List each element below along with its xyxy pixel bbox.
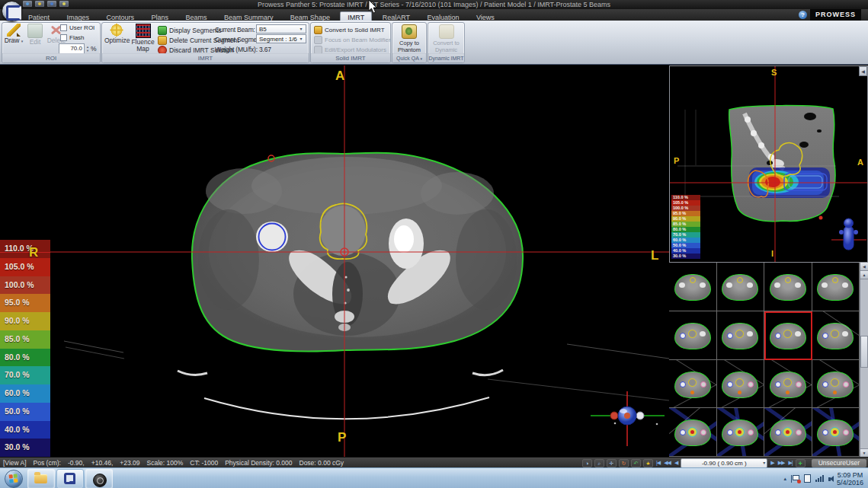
ct-thumbnail[interactable]	[717, 311, 765, 360]
ct-thumbnail[interactable]	[717, 263, 765, 311]
dose-scale-row: 90.0 %	[0, 312, 50, 330]
draw-button[interactable]: Draw ▾	[4, 24, 24, 45]
taskbar-explorer-button[interactable]	[27, 469, 55, 488]
ct-thumbnail[interactable]	[812, 311, 860, 360]
quick-access-toolbar	[23, 1, 69, 8]
sagittal-view[interactable]: 110.0 % 105.0 % 100.0 % 95.0 % 90.0 % 85…	[669, 65, 868, 263]
thumbnail-collapse-button[interactable]: ◀	[860, 263, 868, 271]
ct-thumbnail[interactable]	[764, 263, 812, 311]
user-roi-label: User ROI	[69, 24, 94, 31]
action-center-icon[interactable]	[791, 475, 799, 483]
first-slice-button[interactable]: |◀	[655, 459, 661, 467]
current-segment-select[interactable]: Segment : 1/6 ▾	[256, 34, 306, 43]
user-roi-checkbox[interactable]: User ROI	[60, 24, 94, 31]
last-slice-button[interactable]: ▶|	[787, 459, 793, 467]
combo-dropdown-icon[interactable]: ▾	[297, 35, 305, 43]
app-menu-button[interactable]	[2, 1, 22, 21]
axial-ct-rendering	[0, 65, 669, 457]
reset-view-icon[interactable]: ↶	[631, 459, 641, 467]
sagittal-collapse-button[interactable]: ◀	[859, 66, 867, 76]
folder-icon	[34, 474, 47, 483]
draw-pencil-icon	[7, 24, 21, 37]
slice-dropdown-icon[interactable]: ▾	[763, 459, 765, 467]
tray-document-icon[interactable]	[804, 474, 811, 483]
network-icon[interactable]	[815, 475, 824, 482]
ct-thumbnail[interactable]	[717, 408, 765, 457]
ct-thumbnail[interactable]	[669, 360, 717, 409]
optimize-icon	[110, 24, 123, 37]
ct-thumbnail[interactable]	[669, 311, 717, 360]
slice-thumbnail-panel: ◀ ▲ ▼	[669, 263, 868, 457]
fast-next-button[interactable]: ▶▶	[777, 459, 786, 467]
taskbar-prowess-button[interactable]	[56, 469, 84, 488]
window-level-icon[interactable]: ◑	[582, 459, 592, 467]
rotate-icon[interactable]: ↻	[619, 459, 629, 467]
scroll-up-button[interactable]: ▲	[860, 271, 868, 279]
pan-icon[interactable]: ✛	[607, 459, 617, 467]
ct-thumbnail[interactable]	[764, 408, 812, 457]
previous-slice-button[interactable]: ◀	[674, 459, 678, 467]
opacity-value[interactable]: 70.0	[59, 43, 85, 54]
optimize-button[interactable]: Optimize	[104, 24, 128, 44]
ct-thumbnail[interactable]	[669, 263, 717, 311]
help-icon[interactable]: ?	[799, 11, 807, 19]
solid-imrt-group-label: Solid IMRT	[311, 53, 390, 62]
axial-view[interactable]: 110.0 % 105.0 % 100.0 % 95.0 % 90.0 % 85…	[0, 65, 669, 457]
display-segments-button[interactable]: Display Segments	[158, 26, 222, 35]
next-slice-button[interactable]: ▶	[770, 459, 774, 467]
zoom-icon[interactable]: ⌕	[594, 459, 604, 467]
status-scale: Scale: 100%	[147, 459, 184, 467]
quick-access-icon[interactable]	[23, 1, 32, 7]
ct-thumbnail[interactable]	[669, 408, 717, 457]
quick-access-icon[interactable]	[47, 1, 56, 7]
scrollbar-thumb[interactable]	[860, 336, 868, 368]
display-segments-icon	[158, 26, 167, 35]
ct-thumbnail[interactable]	[812, 263, 860, 311]
focus-on-beam-modifier-button[interactable]: Focus on Beam Modifier	[314, 36, 391, 44]
app-logo-icon	[6, 5, 21, 21]
ct-thumbnail[interactable]	[812, 408, 860, 457]
quick-qa-dropdown-icon[interactable]: ▾	[421, 56, 423, 61]
opacity-spinner[interactable]: 70.0 ▲▼ %	[59, 43, 97, 54]
mini-dose-row: 30.0 %	[671, 254, 700, 259]
flash-dose-icon[interactable]: ★	[643, 459, 653, 467]
delete-segment-icon	[158, 36, 167, 45]
quick-access-icon[interactable]	[59, 1, 69, 7]
draw-dropdown-icon: ▾	[21, 39, 24, 43]
copy-to-phantom-button[interactable]: Copy to Phantom	[394, 24, 424, 53]
quick-qa-group-label[interactable]: Quick QA ▾	[392, 53, 426, 62]
current-beam-select[interactable]: B5 ▾	[256, 24, 306, 33]
tray-expand-icon[interactable]: ▴	[783, 476, 786, 482]
spin-down-icon[interactable]: ▼	[86, 49, 89, 53]
edit-button[interactable]: Edit	[25, 24, 45, 46]
taskbar-recorder-button[interactable]	[85, 469, 113, 488]
start-button[interactable]	[5, 470, 23, 488]
flash-checkbox[interactable]: Flash	[60, 34, 85, 41]
mini-dose-row: 90.0 %	[671, 216, 700, 222]
system-tray: ▴ 5:09 PM 5/4/2016	[783, 468, 866, 488]
ct-thumbnail[interactable]	[717, 360, 765, 409]
thumbnail-scrollbar[interactable]: ◀ ▲ ▼	[860, 263, 868, 457]
slice-position-select[interactable]: -0.90 ( 0.90 cm ) ▾	[681, 458, 767, 468]
checkbox-icon	[60, 24, 67, 31]
convert-dynamic-icon	[439, 24, 454, 39]
focus-modifier-icon	[314, 36, 322, 44]
fluence-map-button[interactable]: Fluence Map	[130, 24, 155, 53]
fast-previous-button[interactable]: ◀◀	[663, 459, 671, 467]
sagittal-dose-legend: 110.0 % 105.0 % 100.0 % 95.0 % 90.0 % 85…	[671, 195, 700, 259]
quick-access-icon[interactable]	[35, 1, 44, 7]
taskbar-clock[interactable]: 5:09 PM 5/4/2016	[837, 471, 863, 486]
ct-thumbnail-selected[interactable]	[764, 311, 812, 360]
user-badge: UnsecureUser	[812, 459, 866, 467]
dose-scale-row: 85.0 %	[0, 330, 50, 349]
combo-dropdown-icon[interactable]: ▾	[297, 25, 305, 33]
convert-to-solid-imrt-button[interactable]: Convert to Solid IMRT	[314, 26, 385, 34]
clock-date: 5/4/2016	[837, 479, 863, 486]
volume-icon[interactable]	[828, 477, 831, 481]
convert-solid-label: Convert to Solid IMRT	[325, 27, 385, 33]
ct-thumbnail[interactable]	[812, 360, 860, 409]
add-slice-icon[interactable]: +	[796, 459, 806, 467]
scroll-down-button[interactable]: ▼	[860, 448, 868, 457]
ct-thumbnail[interactable]	[764, 360, 812, 409]
orientation-label-right: R	[29, 245, 38, 260]
